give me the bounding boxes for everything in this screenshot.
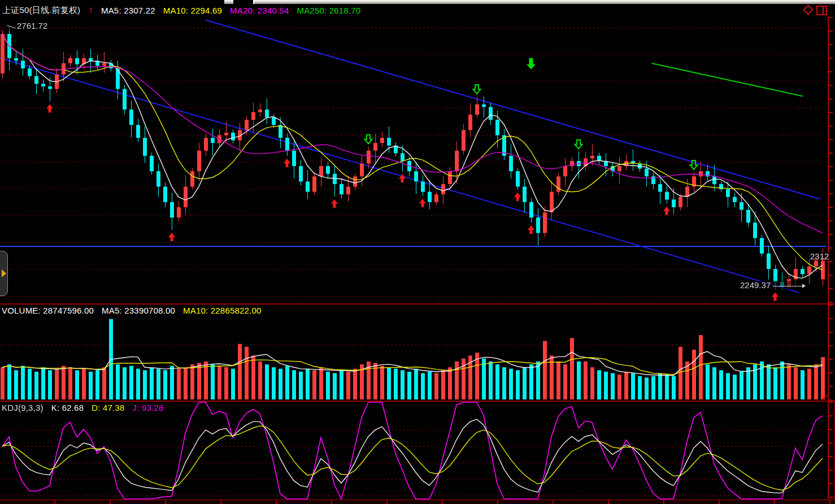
kdj-name: KDJ(9,3,3) xyxy=(2,403,44,412)
pointer-line xyxy=(773,286,802,286)
kdj-chart-canvas[interactable] xyxy=(0,402,826,499)
volume-ma5: MA5: 23390708.00 xyxy=(102,306,175,315)
main-price-chart-canvas[interactable] xyxy=(0,17,826,303)
kdj-legend: KDJ(9,3,3) K: 62.68 D: 47.38 J: 93.28 xyxy=(2,402,163,413)
volume-value: VOLUME: 28747596.00 xyxy=(2,306,94,315)
time-axis-scrollbar[interactable] xyxy=(0,499,835,504)
price-axis-volume[interactable] xyxy=(828,305,835,401)
main-chart-legend: 上证50(日线.前复权) ↑ MA5: 2307.22 MA10: 2294.6… xyxy=(2,4,360,16)
volume-chart-canvas[interactable] xyxy=(0,316,826,400)
split-window-icon[interactable] xyxy=(816,6,827,15)
chart-application-window: 上证50(日线.前复权) ↑ MA5: 2307.22 MA10: 2294.6… xyxy=(0,0,835,504)
ma250-legend: MA250: 2618.70 xyxy=(297,6,360,15)
pointer-line xyxy=(7,25,16,28)
current-price-label: 2312 xyxy=(810,252,829,261)
axis-tick-marks xyxy=(829,402,833,504)
low-price-label: 2249.37 xyxy=(740,281,806,290)
split-window-icon-divider xyxy=(823,7,824,14)
right-arrow-icon xyxy=(802,284,806,288)
symbol-title: 上证50(日线.前复权) xyxy=(2,5,80,16)
ma5-legend: MA5: 2307.22 xyxy=(101,6,155,15)
toolbar-edge-strip-small xyxy=(224,0,233,4)
kdj-k-value: K: 62.68 xyxy=(51,403,84,412)
right-triangle-icon xyxy=(2,270,6,277)
diamond-marker-icon[interactable] xyxy=(803,5,813,15)
pane-resize-handle[interactable] xyxy=(820,394,828,402)
price-axis-kdj[interactable] xyxy=(828,402,835,504)
kdj-j-value: J: 93.28 xyxy=(133,403,164,412)
toolbar-edge-strip xyxy=(253,0,835,4)
volume-ma10: MA10: 22865822.00 xyxy=(183,306,262,315)
axis-tick-marks xyxy=(829,17,833,303)
time-axis-ticks xyxy=(0,500,835,504)
volume-legend: VOLUME: 28747596.00 MA5: 23390708.00 MA1… xyxy=(2,305,262,316)
axis-tick-marks xyxy=(829,305,833,401)
high-price-label: 2761.72 xyxy=(7,21,47,31)
kdj-d-value: D: 47.38 xyxy=(92,403,124,412)
trend-up-icon: ↑ xyxy=(88,6,93,14)
ma20-legend: MA20: 2340.54 xyxy=(230,6,289,15)
ma10-legend: MA10: 2294.69 xyxy=(163,6,222,15)
sidebar-expand-tab[interactable] xyxy=(0,251,8,296)
